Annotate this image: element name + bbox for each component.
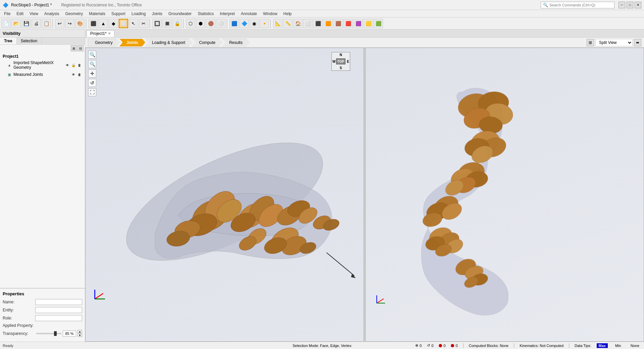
viewport-left[interactable]: 🔍 🔍 ✛ ↺ ⛶ N S W E TOP xyxy=(85,48,364,342)
menu-item-analysis[interactable]: Analysis xyxy=(42,11,62,17)
cube6-button[interactable]: 🟪 xyxy=(354,19,363,28)
entity-input[interactable] xyxy=(35,307,82,313)
view-dropdown[interactable]: Split View Single View xyxy=(595,39,633,46)
tree-item-joints[interactable]: ▣ Measured Joints 👁 🗑 xyxy=(1,71,84,78)
transparency-up-button[interactable]: ▲ xyxy=(77,330,82,333)
tree-item-geometry[interactable]: ▲ Imported ShapeMetriX Geometry 👁 🔒 🗑 xyxy=(1,59,84,71)
menu-item-annotate[interactable]: Annotate xyxy=(238,11,260,17)
rotate-tool[interactable]: ↺ xyxy=(88,79,96,87)
menu-item-loading[interactable]: Loading xyxy=(129,11,149,17)
select-button[interactable]: ⬛ xyxy=(89,19,98,28)
search-bar[interactable]: 🔍 xyxy=(541,2,614,8)
cube2-button[interactable]: ⬛ xyxy=(313,19,323,28)
open-button[interactable]: 📂 xyxy=(11,19,21,28)
transparency-thumb[interactable] xyxy=(54,331,57,336)
cube4-button[interactable]: 🟫 xyxy=(333,19,343,28)
face-button[interactable]: 🟦 xyxy=(229,19,239,28)
menu-item-window[interactable]: Window xyxy=(260,11,280,17)
split-view-icon-button[interactable]: ⊞ xyxy=(587,39,594,46)
save-button[interactable]: 💾 xyxy=(21,19,31,28)
cube5-button[interactable]: 🟥 xyxy=(343,19,353,28)
none-button[interactable]: None xyxy=(629,343,641,348)
tree-collapse-button[interactable]: ⊟ xyxy=(77,45,84,51)
view3d-button[interactable]: 🔳 xyxy=(162,19,172,28)
model-canvas-left xyxy=(86,48,364,341)
search-input[interactable] xyxy=(549,3,612,7)
undo-button[interactable]: ↩ xyxy=(55,19,64,28)
menu-item-joints[interactable]: Joints xyxy=(149,11,165,17)
max-button[interactable]: Max xyxy=(597,343,608,348)
compass-box-left[interactable]: N S W E TOP xyxy=(331,52,350,71)
menu-item-statistics[interactable]: Statistics xyxy=(195,11,216,17)
redo-button[interactable]: ↪ xyxy=(65,19,74,28)
menu-item-groundwater[interactable]: Groundwater xyxy=(166,11,194,17)
menu-item-view[interactable]: View xyxy=(27,11,41,17)
transparency-down-button[interactable]: ▼ xyxy=(77,334,82,337)
edge-button[interactable]: 🔷 xyxy=(239,19,249,28)
name-input[interactable] xyxy=(35,299,82,305)
restore-button[interactable]: □ xyxy=(627,2,633,8)
fullscreen-tool[interactable]: ⛶ xyxy=(88,88,96,96)
tree-expand-button[interactable]: ⊞ xyxy=(71,45,77,51)
menu-item-edit[interactable]: Edit xyxy=(14,11,26,17)
cube3-button[interactable]: 🟧 xyxy=(323,19,333,28)
print-button[interactable]: 🖨 xyxy=(32,19,41,28)
menu-item-geometry[interactable]: Geometry xyxy=(63,11,86,17)
statusbar-left: Ready xyxy=(3,344,13,348)
active-tool-button[interactable]: ⬜ xyxy=(119,19,128,28)
joints-visibility-button[interactable]: 👁 xyxy=(71,72,76,77)
screenshot-button[interactable]: 📋 xyxy=(42,19,51,28)
workflow-tab-loading[interactable]: Loading & Support xyxy=(145,39,192,47)
menu-item-help[interactable]: Help xyxy=(281,11,294,17)
pan-tool[interactable]: ✛ xyxy=(88,69,96,78)
ruler-button[interactable]: 📏 xyxy=(283,19,292,28)
status-sep-3 xyxy=(569,343,569,348)
cube7-button[interactable]: 🟨 xyxy=(364,19,373,28)
workflow-tab-geometry[interactable]: Geometry xyxy=(88,39,120,47)
project-tab[interactable]: Project1* ✕ xyxy=(87,30,114,37)
compass-center[interactable]: TOP xyxy=(336,58,345,64)
geometry-visibility-button[interactable]: 👁 xyxy=(65,62,70,68)
select2-button[interactable]: ▲ xyxy=(99,19,108,28)
zoom-out-tool[interactable]: 🔍 xyxy=(88,60,96,68)
cut-button[interactable]: ✂ xyxy=(139,19,148,28)
workflow-tab-results[interactable]: Results xyxy=(222,39,250,47)
menu-item-materials[interactable]: Materials xyxy=(86,11,108,17)
workflow-tab-joints[interactable]: Joints xyxy=(119,39,145,47)
role-row: Role: xyxy=(3,315,82,321)
menu-item-file[interactable]: File xyxy=(1,11,13,17)
menu-item-support[interactable]: Support xyxy=(109,11,128,17)
workflow-tab-compute[interactable]: Compute xyxy=(192,39,222,47)
joints-delete-button[interactable]: 🗑 xyxy=(77,72,82,77)
measure-button[interactable]: 📐 xyxy=(273,19,282,28)
role-input[interactable] xyxy=(35,315,82,321)
geometry-delete-button[interactable]: 🗑 xyxy=(77,62,82,68)
lock-button[interactable]: 🔒 xyxy=(172,19,182,28)
vertex-button[interactable]: ◉ xyxy=(250,19,259,28)
zoom-in-tool[interactable]: 🔍 xyxy=(88,51,96,59)
home-button[interactable]: 🏠 xyxy=(293,19,303,28)
cursor-button[interactable]: ↖ xyxy=(129,19,138,28)
transparency-track[interactable] xyxy=(36,333,61,334)
geometry-lock-button[interactable]: 🔒 xyxy=(71,62,76,68)
close-button[interactable]: ✕ xyxy=(635,2,641,8)
cube1-button[interactable]: ⬜ xyxy=(303,19,313,28)
wire-button[interactable]: ⬢ xyxy=(196,19,205,28)
minimize-button[interactable]: ─ xyxy=(619,2,625,8)
color-button[interactable]: 🎨 xyxy=(75,19,85,28)
snap-button[interactable]: 🔲 xyxy=(152,19,162,28)
new-button[interactable]: 📄 xyxy=(1,19,11,28)
tab-selection[interactable]: Selection xyxy=(17,38,42,44)
view-expand-button[interactable]: ⬌ xyxy=(634,39,641,46)
tab-tree[interactable]: Tree xyxy=(0,38,17,44)
select3-button[interactable]: ◆ xyxy=(109,19,118,28)
material-button[interactable]: 🟤 xyxy=(206,19,215,28)
menu-item-interpret[interactable]: Interpret xyxy=(217,11,237,17)
joint-button[interactable]: 🔸 xyxy=(260,19,269,28)
sphere-button[interactable]: ⚪ xyxy=(216,19,225,28)
solid-button[interactable]: ⬡ xyxy=(186,19,195,28)
viewport-right[interactable] xyxy=(365,48,644,342)
cube8-button[interactable]: 🟩 xyxy=(374,19,383,28)
tab-close-button[interactable]: ✕ xyxy=(108,32,111,35)
min-button[interactable]: Min xyxy=(613,343,623,348)
